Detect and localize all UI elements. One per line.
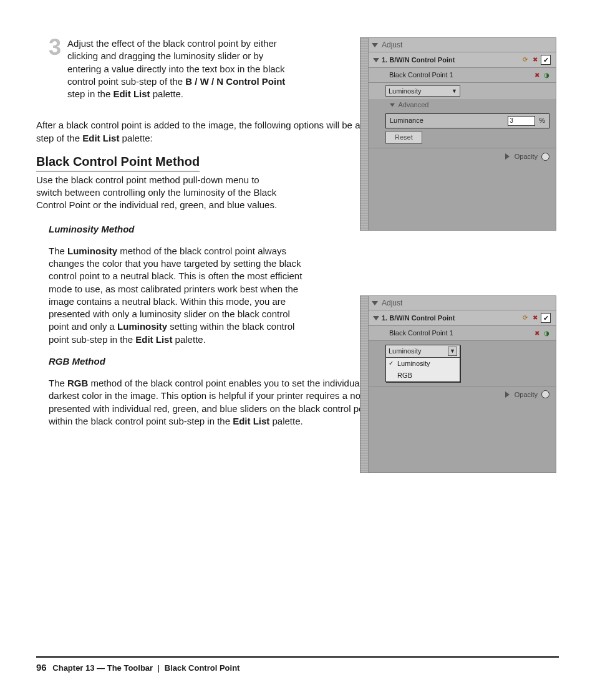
adjust-panel-screenshot-2: Adjust 1. B/W/N Control Point ⟳ ✖ ✔ Blac… — [360, 295, 556, 473]
chevron-down-icon: ▼ — [448, 347, 457, 355]
t: step in the — [67, 89, 113, 99]
t: Edit List — [113, 89, 150, 99]
luminance-row: Luminance 3 % — [385, 113, 549, 128]
advanced-row: Advanced — [389, 100, 549, 110]
chapter-label: Chapter 13 — The Toolbar — [52, 663, 153, 673]
section-label: 1. B/W/N Control Point — [382, 55, 455, 65]
t: Edit List — [233, 416, 269, 426]
method-dropdown-open: Luminosity ▼ Luminosity RGB — [385, 345, 460, 382]
item-label: Black Control Point 1 — [389, 328, 453, 338]
dropdown-value: Luminosity — [389, 87, 422, 96]
item-row: Black Control Point 1 ✖ ◑ — [368, 326, 556, 341]
page-number: 96 — [36, 662, 47, 673]
check-icon: ✔ — [543, 314, 549, 323]
disclosure-right-icon — [505, 391, 510, 398]
checkbox-icon: ✔ — [541, 313, 551, 323]
t: Luminosity — [117, 321, 167, 332]
disclosure-down-icon — [373, 316, 379, 320]
delete-icon: ✖ — [533, 329, 541, 337]
t: method of the black control point always… — [49, 246, 302, 332]
t: palette. — [150, 89, 183, 99]
section-row: 1. B/W/N Control Point ⟳ ✖ ✔ — [368, 310, 556, 326]
panel-header: Adjust — [368, 38, 556, 52]
adjust-panel-screenshot-1: Adjust 1. B/W/N Control Point ⟳ ✖ ✔ Blac… — [360, 37, 556, 231]
option-luminosity: Luminosity — [386, 358, 460, 370]
disclosure-down-icon — [372, 301, 378, 305]
opacity-row: Opacity — [368, 148, 556, 165]
opacity-label: Opacity — [515, 152, 538, 161]
t: The — [49, 378, 67, 388]
luminosity-paragraph: The Luminosity method of the black contr… — [49, 245, 303, 346]
section-lead: Use the black control point method pull-… — [36, 174, 286, 212]
item-label: Black Control Point 1 — [389, 70, 453, 80]
t: Edit List — [135, 334, 172, 345]
adjust-label: Adjust — [382, 40, 402, 50]
undo-icon: ⟳ — [521, 56, 529, 64]
method-dropdown: Luminosity ▼ — [385, 85, 460, 97]
t: step of the — [36, 133, 82, 143]
step-text: Adjust the effect of the black control p… — [67, 37, 298, 100]
t: Edit List — [82, 133, 119, 143]
radio-icon — [541, 153, 549, 161]
opacity-label: Opacity — [515, 390, 538, 400]
delete-icon: ✖ — [531, 56, 539, 64]
disclosure-down-icon — [373, 58, 379, 62]
chevron-down-icon: ▼ — [452, 87, 457, 95]
panel-header: Adjust — [368, 296, 556, 310]
panel-grip — [360, 296, 369, 472]
section-label: 1. B/W/N Control Point — [382, 314, 455, 323]
checkbox-icon: ✔ — [541, 55, 551, 65]
adjust-label: Adjust — [382, 298, 402, 308]
apply-icon: ◑ — [543, 329, 551, 337]
disclosure-right-icon — [505, 153, 510, 160]
t: palette. — [269, 416, 302, 426]
opacity-row: Opacity — [368, 386, 556, 403]
apply-icon: ◑ — [543, 71, 551, 79]
t: The — [49, 246, 67, 256]
t: B / W / N Control Point — [185, 76, 285, 87]
option-rgb: RGB — [386, 370, 460, 381]
delete-icon: ✖ — [533, 71, 541, 79]
check-icon: ✔ — [543, 55, 549, 65]
topic-label: Black Control Point — [165, 663, 240, 673]
item-row: Black Control Point 1 ✖ ◑ — [368, 68, 556, 83]
percent-label: % — [539, 116, 545, 125]
footer-sep: | — [158, 663, 160, 673]
advanced-label: Advanced — [398, 101, 428, 108]
panel-grip — [360, 38, 369, 230]
section-row: 1. B/W/N Control Point ⟳ ✖ ✔ — [368, 52, 556, 68]
page-footer: 96 Chapter 13 — The Toolbar | Black Cont… — [36, 656, 559, 674]
undo-icon: ⟳ — [521, 314, 529, 322]
section-heading: Black Control Point Method — [36, 153, 200, 171]
t: palette: — [119, 133, 152, 143]
dropdown-value: Luminosity — [389, 347, 422, 356]
t: palette. — [172, 334, 205, 345]
dropdown-row: Luminosity ▼ — [368, 83, 556, 99]
disclosure-down-icon — [390, 103, 395, 107]
luminance-input: 3 — [508, 116, 535, 126]
radio-icon — [541, 390, 549, 398]
delete-icon: ✖ — [531, 314, 539, 322]
luminance-label: Luminance — [390, 116, 423, 125]
t: RGB — [67, 378, 88, 388]
disclosure-down-icon — [372, 43, 378, 47]
reset-button: Reset — [385, 131, 422, 144]
t: Luminosity — [67, 246, 117, 256]
step-number: 3 — [49, 36, 61, 100]
